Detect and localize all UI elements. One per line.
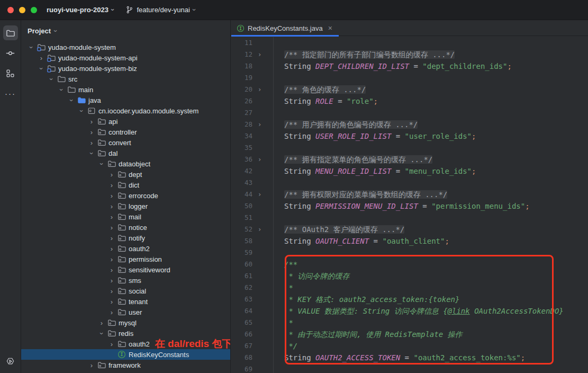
- code-line-62[interactable]: 62 *: [231, 282, 588, 294]
- chevron-right-icon[interactable]: ›: [108, 203, 115, 210]
- chevron-right-icon[interactable]: ›: [108, 182, 115, 189]
- tree-item-notice[interactable]: ›notice: [21, 222, 230, 233]
- code-line-52[interactable]: 52›/** OAuth2 客户端的缓存 ...*/: [231, 224, 588, 235]
- tree-item-user[interactable]: ›user: [21, 307, 230, 317]
- chevron-down-icon[interactable]: ›: [98, 160, 105, 167]
- code-line-69[interactable]: 69: [231, 363, 588, 373]
- close-window-button[interactable]: [7, 7, 14, 13]
- tree-item-controller[interactable]: ›controller: [21, 127, 230, 137]
- services-tool-button[interactable]: [3, 354, 18, 369]
- tree-item-cn.iocoder.yudao.module.system[interactable]: ›cn.iocoder.yudao.module.system: [21, 105, 230, 116]
- code-line-67[interactable]: 67 */: [231, 340, 588, 352]
- project-selector[interactable]: ruoyi-vue-pro-2023 ›: [47, 6, 114, 14]
- tree-item-sensitiveword[interactable]: ›sensitiveword: [21, 264, 230, 275]
- chevron-right-icon[interactable]: ›: [108, 214, 115, 220]
- chevron-right-icon[interactable]: ›: [108, 256, 115, 263]
- code-line-43[interactable]: 43: [231, 177, 588, 189]
- structure-tool-button[interactable]: [3, 66, 18, 81]
- commit-tool-button[interactable]: [3, 46, 18, 60]
- chevron-right-icon[interactable]: ›: [108, 235, 115, 242]
- code-line-19[interactable]: 19: [231, 72, 588, 84]
- code-line-61[interactable]: 61 * 访问令牌的缓存: [231, 270, 588, 282]
- code-area[interactable]: 1112›/** 指定部门的所有子部门编号数组的缓存 ...*/18String…: [231, 36, 588, 373]
- code-line-42[interactable]: 42String MENU_ROLE_ID_LIST = "menu_role_…: [231, 165, 588, 177]
- code-line-59[interactable]: 59: [231, 247, 588, 259]
- code-line-51[interactable]: 51: [231, 212, 588, 224]
- code-line-50[interactable]: 50String PERMISSION_MENU_ID_LIST = "perm…: [231, 200, 588, 212]
- code-line-28[interactable]: 28›/** 用户拥有的角色编号的缓存 ...*/: [231, 119, 588, 130]
- fold-arrow-icon[interactable]: ›: [252, 189, 267, 200]
- tree-item-api[interactable]: ›api: [21, 116, 230, 127]
- chevron-down-icon[interactable]: ›: [78, 107, 85, 114]
- tree-item-dept[interactable]: ›dept: [21, 169, 230, 180]
- fold-arrow-icon[interactable]: ›: [252, 84, 267, 95]
- chevron-right-icon[interactable]: ›: [98, 319, 105, 326]
- chevron-down-icon[interactable]: ›: [68, 96, 75, 104]
- tree-item-yudao-module-system[interactable]: ›yudao-module-system: [21, 42, 230, 52]
- code-line-26[interactable]: 26String ROLE = "role";: [231, 95, 588, 107]
- tree-item-tenant[interactable]: ›tenant: [21, 296, 230, 307]
- chevron-down-icon[interactable]: ›: [28, 43, 35, 51]
- tree-item-mysql[interactable]: ›mysql: [21, 317, 230, 328]
- tree-item-src[interactable]: ›src: [21, 74, 230, 84]
- tree-item-permission[interactable]: ›permission: [21, 254, 230, 264]
- fold-arrow-icon[interactable]: ›: [252, 224, 267, 235]
- maximize-window-button[interactable]: [31, 7, 37, 13]
- chevron-down-icon[interactable]: ›: [88, 149, 95, 157]
- chevron-right-icon[interactable]: ›: [108, 192, 115, 199]
- tree-item-mail[interactable]: ›mail: [21, 211, 230, 222]
- chevron-right-icon[interactable]: ›: [108, 224, 115, 231]
- code-line-12[interactable]: 12›/** 指定部门的所有子部门编号数组的缓存 ...*/: [231, 49, 588, 60]
- code-line-58[interactable]: 58String OAUTH_CLIENT = "oauth_client";: [231, 235, 588, 247]
- tree-item-dict[interactable]: ›dict: [21, 180, 230, 190]
- tree-item-notify[interactable]: ›notify: [21, 233, 230, 243]
- code-line-63[interactable]: 63 * KEY 格式: oauth2_access_token:{token}: [231, 294, 588, 305]
- project-panel-header[interactable]: Project ›: [21, 20, 230, 41]
- tree-item-logger[interactable]: ›logger: [21, 201, 230, 211]
- code-line-36[interactable]: 36›/** 拥有指定菜单的角色编号的缓存 ...*/: [231, 154, 588, 165]
- chevron-right-icon[interactable]: ›: [108, 245, 115, 252]
- chevron-right-icon[interactable]: ›: [108, 341, 115, 348]
- code-line-60[interactable]: 60/**: [231, 259, 588, 270]
- tree-item-sms[interactable]: ›sms: [21, 275, 230, 286]
- branch-selector[interactable]: feature/dev-yunai ›: [125, 6, 195, 14]
- chevron-right-icon[interactable]: ›: [108, 298, 115, 305]
- tree-item-social[interactable]: ›social: [21, 286, 230, 296]
- tree-item-oauth2[interactable]: ›oauth2: [21, 243, 230, 254]
- chevron-right-icon[interactable]: ›: [108, 277, 115, 284]
- code-line-20[interactable]: 20›/** 角色的缓存 ...*/: [231, 84, 588, 95]
- chevron-right-icon[interactable]: ›: [108, 267, 115, 273]
- minimize-window-button[interactable]: [19, 7, 25, 13]
- fold-arrow-icon[interactable]: ›: [252, 154, 267, 165]
- tree-item-errorcode[interactable]: ›errorcode: [21, 190, 230, 201]
- code-line-68[interactable]: 68String OAUTH2_ACCESS_TOKEN = "oauth2_a…: [231, 352, 588, 363]
- chevron-right-icon[interactable]: ›: [108, 288, 115, 295]
- chevron-right-icon[interactable]: ›: [88, 118, 95, 125]
- tab-rediskeyconstants[interactable]: I RedisKeyConstants.java ×: [231, 20, 339, 36]
- tree-item-dal[interactable]: ›dal: [21, 148, 230, 158]
- code-line-27[interactable]: 27: [231, 107, 588, 119]
- tree-item-convert[interactable]: ›convert: [21, 137, 230, 148]
- tree-item-yudao-module-system-biz[interactable]: ›yudao-module-system-biz: [21, 63, 230, 74]
- chevron-right-icon[interactable]: ›: [38, 55, 45, 61]
- project-tool-button[interactable]: [3, 25, 18, 40]
- code-line-18[interactable]: 18String DEPT_CHILDREN_ID_LIST = "dept_c…: [231, 60, 588, 72]
- close-tab-icon[interactable]: ×: [328, 24, 332, 32]
- tree-item-main[interactable]: ›main: [21, 84, 230, 95]
- fold-arrow-icon[interactable]: ›: [252, 49, 267, 60]
- fold-arrow-icon[interactable]: ›: [252, 119, 267, 130]
- code-line-35[interactable]: 35: [231, 142, 588, 154]
- tree-item-yudao-module-system-api[interactable]: ›yudao-module-system-api: [21, 52, 230, 63]
- tree-item-java[interactable]: ›java: [21, 95, 230, 105]
- code-line-11[interactable]: 11: [231, 37, 588, 49]
- chevron-down-icon[interactable]: ›: [48, 75, 55, 83]
- tree-item-oauth2[interactable]: ›oauth2在 dal/redis 包下: [21, 339, 230, 349]
- more-tool-windows-button[interactable]: ···: [5, 89, 16, 98]
- code-line-65[interactable]: 65 *: [231, 317, 588, 328]
- code-line-34[interactable]: 34String USER_ROLE_ID_LIST = "user_role_…: [231, 130, 588, 142]
- chevron-down-icon[interactable]: ›: [98, 330, 105, 337]
- chevron-right-icon[interactable]: ›: [108, 171, 115, 178]
- chevron-right-icon[interactable]: ›: [108, 309, 115, 316]
- chevron-down-icon[interactable]: ›: [38, 65, 45, 72]
- code-line-44[interactable]: 44›/** 拥有权限对应的菜单编号数组的缓存 ...*/: [231, 189, 588, 200]
